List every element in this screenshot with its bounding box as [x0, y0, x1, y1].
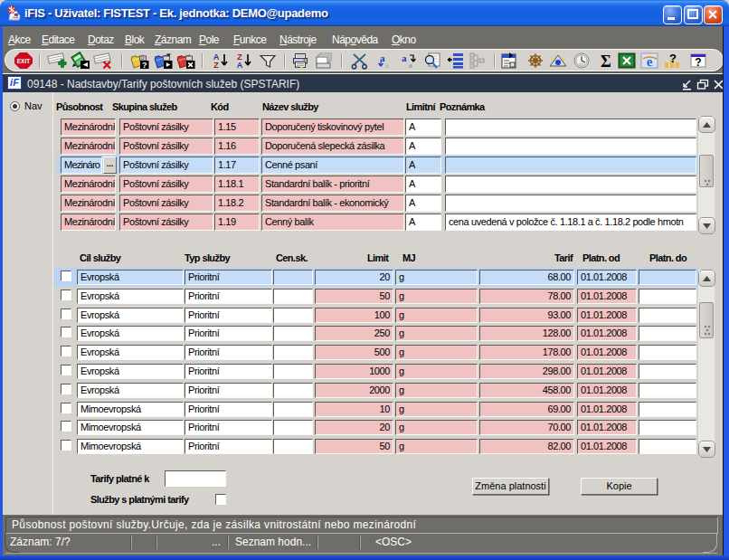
svg-text:EXIT: EXIT: [17, 58, 30, 64]
svg-text:a: a: [385, 61, 389, 70]
svg-text:A: A: [237, 61, 243, 70]
svg-text:a: a: [409, 61, 412, 70]
svg-text:?: ?: [669, 52, 677, 65]
svg-text:?: ?: [695, 56, 701, 69]
svg-text:a: a: [402, 52, 407, 63]
svg-text:Z: Z: [213, 61, 219, 70]
svg-text:?: ?: [142, 61, 147, 70]
svg-text:Σ: Σ: [601, 52, 611, 70]
